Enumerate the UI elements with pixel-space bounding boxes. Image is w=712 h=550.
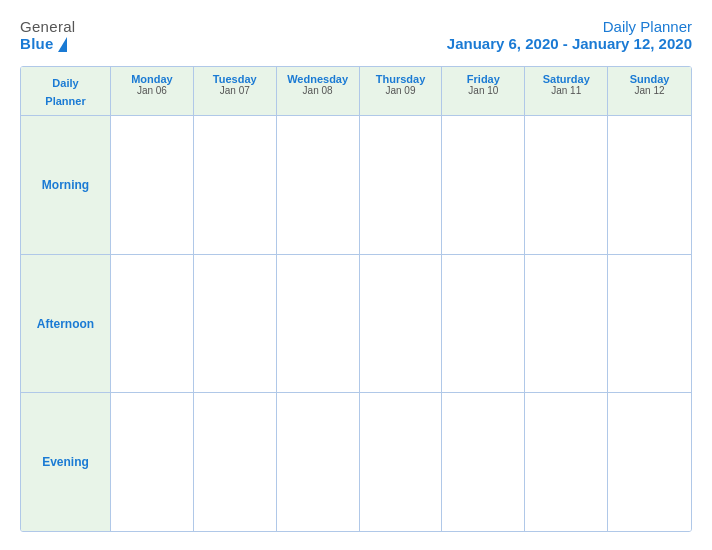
morning-monday[interactable] (111, 116, 194, 254)
calendar-body: Morning Afternoon (21, 116, 691, 531)
calendar-header-row: DailyPlanner Monday Jan 06 Tuesday Jan 0… (21, 67, 691, 116)
morning-saturday[interactable] (525, 116, 608, 254)
afternoon-friday[interactable] (442, 255, 525, 393)
morning-thursday[interactable] (360, 116, 443, 254)
col-header-monday: Monday Jan 06 (111, 67, 194, 116)
evening-friday[interactable] (442, 393, 525, 531)
header: General Blue Daily Planner January 6, 20… (20, 18, 692, 52)
morning-row: Morning (21, 116, 691, 255)
afternoon-saturday[interactable] (525, 255, 608, 393)
afternoon-tuesday[interactable] (194, 255, 277, 393)
evening-monday[interactable] (111, 393, 194, 531)
morning-wednesday[interactable] (277, 116, 360, 254)
col-header-thursday: Thursday Jan 09 (360, 67, 443, 116)
header-title: Daily Planner (447, 18, 692, 35)
morning-friday[interactable] (442, 116, 525, 254)
afternoon-label: Afternoon (21, 255, 111, 393)
morning-label: Morning (21, 116, 111, 254)
logo-triangle-icon (58, 37, 67, 52)
evening-wednesday[interactable] (277, 393, 360, 531)
logo: General Blue (20, 18, 75, 52)
header-date-range: January 6, 2020 - January 12, 2020 (447, 35, 692, 52)
evening-saturday[interactable] (525, 393, 608, 531)
evening-label: Evening (21, 393, 111, 531)
col-header-saturday: Saturday Jan 11 (525, 67, 608, 116)
logo-blue-text: Blue (20, 35, 67, 52)
col-header-tuesday: Tuesday Jan 07 (194, 67, 277, 116)
col-header-friday: Friday Jan 10 (442, 67, 525, 116)
afternoon-row: Afternoon (21, 255, 691, 394)
col-header-sunday: Sunday Jan 12 (608, 67, 691, 116)
afternoon-thursday[interactable] (360, 255, 443, 393)
col-header-label: DailyPlanner (21, 67, 111, 116)
morning-sunday[interactable] (608, 116, 691, 254)
evening-tuesday[interactable] (194, 393, 277, 531)
evening-sunday[interactable] (608, 393, 691, 531)
col-header-wednesday: Wednesday Jan 08 (277, 67, 360, 116)
calendar: DailyPlanner Monday Jan 06 Tuesday Jan 0… (20, 66, 692, 532)
morning-tuesday[interactable] (194, 116, 277, 254)
page: General Blue Daily Planner January 6, 20… (0, 0, 712, 550)
evening-row: Evening (21, 393, 691, 531)
evening-thursday[interactable] (360, 393, 443, 531)
afternoon-sunday[interactable] (608, 255, 691, 393)
logo-general-text: General (20, 18, 75, 35)
afternoon-monday[interactable] (111, 255, 194, 393)
afternoon-wednesday[interactable] (277, 255, 360, 393)
header-right: Daily Planner January 6, 2020 - January … (447, 18, 692, 52)
